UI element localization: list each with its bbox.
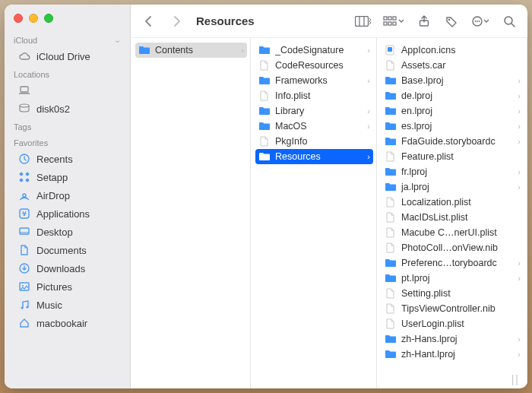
file-name: zh-Hant.lproj [401,349,513,360]
column-1[interactable]: _CodeSignature›CodeResourcesFrameworks›I… [251,38,377,388]
file-row[interactable]: Base.lproj› [382,73,524,88]
file-row[interactable]: TipsViewController.nib [382,301,524,316]
file-row[interactable]: en.lproj› [382,103,524,119]
file-row[interactable]: MacIDsList.plist [382,210,524,225]
chevron-down-icon: ⌄ [114,35,121,45]
svg-rect-7 [25,178,30,182]
column-2[interactable]: AppIcon.icnsAssets.carBase.lproj›de.lpro… [377,38,527,388]
svg-line-33 [511,24,515,27]
file-row[interactable]: CodeResources [255,58,373,73]
sidebar-item-laptop-icon[interactable] [5,81,130,100]
folder-icon [385,258,397,268]
file-row[interactable]: Preferenc…toryboardc› [382,255,524,271]
sidebar-section-favorites[interactable]: Favorites [5,134,130,150]
file-row[interactable]: Resources› [255,149,373,164]
file-row[interactable]: Frameworks› [255,73,373,88]
music-icon [18,299,30,311]
file-row[interactable]: de.lproj› [382,88,524,103]
disk-icon [18,103,30,115]
file-row[interactable]: Setting.plist [382,286,524,301]
sidebar-item-pictures[interactable]: Pictures [5,277,130,296]
sidebar-item-setapp[interactable]: Setapp [5,168,130,186]
sidebar-item-label: AirDrop [36,190,122,201]
clock-icon [18,153,30,165]
file-row[interactable]: es.lproj› [382,119,524,134]
zoom-window-button[interactable] [44,14,53,23]
file-icon [385,227,397,238]
tags-button[interactable] [441,12,462,30]
group-by-button[interactable] [380,12,407,30]
file-row[interactable]: FdaGuide.storyboardc› [382,134,524,149]
share-button[interactable] [413,12,435,30]
file-row[interactable]: Localization.plist [382,195,524,210]
close-window-button[interactable] [14,14,23,23]
laptop-icon [18,84,30,97]
back-button[interactable] [138,12,160,30]
file-icon [385,288,397,299]
file-row[interactable]: Contents› [135,43,247,58]
file-name: Macube C…nerUI.plist [401,227,521,238]
cloud-icon [18,50,30,62]
file-row[interactable]: Feature.plist [382,149,524,164]
chevron-right-icon: › [367,76,370,85]
svg-point-8 [23,194,26,197]
chevron-right-icon: › [518,167,521,176]
view-columns-button[interactable] [353,12,374,30]
svg-rect-5 [25,172,30,176]
file-row[interactable]: Assets.car [382,58,524,73]
folder-icon [138,45,150,55]
file-row[interactable]: AppIcon.icns [382,43,524,58]
file-row[interactable]: UserLogin.plist [382,316,524,331]
sidebar-section-icloud[interactable]: iCloud⌄ [5,30,130,47]
chevron-right-icon: › [518,350,521,359]
sidebar-item-music[interactable]: Music [5,296,130,314]
sidebar-item-label: Pictures [36,281,122,293]
icns-icon [385,45,397,55]
svg-point-31 [479,21,480,22]
airdrop-icon [18,189,30,201]
file-row[interactable]: zh-Hant.lproj› [382,347,524,362]
file-row[interactable]: fr.lproj› [382,164,524,179]
sidebar-item-downloads[interactable]: Downloads [5,259,130,277]
file-row[interactable]: _CodeSignature› [255,43,373,58]
folder-icon [385,121,397,132]
file-icon [385,151,397,162]
sidebar-item-applications[interactable]: Applications [5,204,130,223]
sidebar-item-disk0s2[interactable]: disk0s2 [5,100,130,118]
chevron-right-icon: › [518,182,521,192]
chevron-right-icon: › [518,274,521,283]
file-row[interactable]: pt.lproj› [382,271,524,286]
file-row[interactable]: MacOS› [255,119,373,134]
sidebar-item-icloud-drive[interactable]: iCloud Drive [5,47,130,65]
file-icon [385,303,397,314]
sidebar-item-label: Documents [36,245,122,256]
folder-icon [258,106,271,116]
minimize-window-button[interactable] [29,14,38,23]
sidebar-item-airdrop[interactable]: AirDrop [5,186,130,204]
home-icon [18,317,30,329]
file-row[interactable]: ja.lproj› [382,179,524,195]
resize-handle[interactable]: || [511,373,520,385]
sidebar-section-tags[interactable]: Tags [5,118,130,134]
folder-icon [385,136,397,147]
forward-button[interactable] [166,12,187,30]
file-name: Localization.plist [401,197,521,208]
file-row[interactable]: Info.plist [255,88,373,103]
file-name: de.lproj [401,90,513,101]
file-row[interactable]: PkgInfo [255,134,373,149]
file-row[interactable]: zh-Hans.lproj› [382,331,524,347]
sidebar-item-macbookair[interactable]: macbookair [5,314,130,332]
action-menu-button[interactable] [468,12,492,30]
file-row[interactable]: PhotoColl…onView.nib [382,240,524,255]
sidebar-item-documents[interactable]: Documents [5,241,130,259]
file-row[interactable]: Library› [255,103,373,119]
search-button[interactable] [499,12,520,30]
file-row[interactable]: Macube C…nerUI.plist [382,225,524,240]
column-0[interactable]: Contents› [131,38,251,388]
setapp-icon [18,171,30,183]
chevron-right-icon: › [518,91,521,100]
file-name: Resources [275,151,363,162]
sidebar-item-desktop[interactable]: Desktop [5,223,130,241]
sidebar-item-recents[interactable]: Recents [5,150,130,168]
sidebar-section-locations[interactable]: Locations [5,65,130,81]
